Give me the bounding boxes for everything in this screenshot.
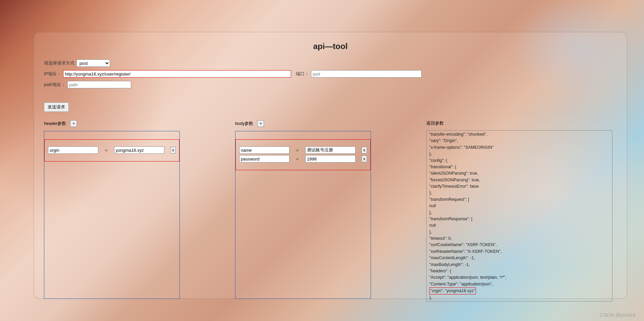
path-input[interactable] [67,81,131,88]
header-column: header参数 + =x [44,120,180,299]
equals-sign: = [104,148,108,153]
response-line: ], [429,229,609,235]
equals-sign: = [296,156,299,162]
response-line: null [429,203,609,209]
response-line: }, [429,294,609,301]
response-line: "forcedJSONParsing": true, [429,177,609,183]
param-key-input[interactable] [239,146,289,154]
body-box: =x=x [235,131,371,299]
add-body-button[interactable]: + [257,120,264,127]
param-value-input[interactable] [305,155,356,163]
kv-row: =x [239,155,367,163]
ip-row: IP地址： 端口： [44,70,617,78]
response-line: "maxBodyLength": -1, [429,262,609,268]
response-line: "transformResponse": [ [429,216,609,222]
header-params-label: header参数 [44,121,66,127]
remove-param-button[interactable]: x [362,147,367,153]
response-line: }, [429,190,609,196]
response-line: "maxContentLength": -1, [429,255,609,261]
body-group: =x=x [235,139,371,170]
response-label: 返回参数 [426,120,444,126]
remove-param-button[interactable]: x [170,147,176,153]
header-group: =x [44,139,179,162]
kv-row: =x [48,146,176,154]
param-value-input[interactable] [114,146,164,154]
response-line: "headers": { [429,268,609,274]
response-line: "Accept": "application/json, text/plain,… [429,274,609,281]
response-line: ], [429,210,609,216]
port-label: 端口： [296,71,309,77]
body-params-label: body参数 [235,121,253,127]
port-input[interactable] [311,70,422,78]
param-key-input[interactable] [239,155,289,163]
response-line: }, [429,151,609,157]
method-select[interactable]: getpostputdelete [76,59,110,67]
main-panel: api—tool 请选择请求方式 getpostputdelete IP地址： … [34,32,627,299]
param-value-input[interactable] [305,146,356,154]
equals-sign: = [296,148,299,153]
response-line: "timeout": 0, [429,235,609,242]
page-title: api—tool [44,42,617,51]
response-line: "xsrfCookieName": "XSRF-TOKEN", [429,242,609,248]
response-line: "xsrfHeaderName": "X-XSRF-TOKEN", [429,248,609,255]
header-box: =x [44,131,180,299]
response-line: null [429,222,609,229]
response-line: "clarifyTimeoutError": false [429,183,609,190]
add-header-button[interactable]: + [70,120,77,127]
path-row: path地址： [44,81,617,88]
response-box[interactable]: "transfer-encoding": "chunked","vary": "… [426,130,612,302]
method-label: 请选择请求方式 [44,60,74,66]
response-line: "x-frame-options": "SAMEORIGIN" [429,144,609,151]
response-line: "transfer-encoding": "chunked", [429,131,609,138]
ip-label: IP地址： [44,71,61,77]
method-row: 请选择请求方式 getpostputdelete [44,59,617,67]
response-line: "transformRequest": [ [429,196,609,203]
kv-row: =x [239,146,367,154]
response-line: "transitional": { [429,164,609,170]
response-line: "config": { [429,157,609,164]
send-button[interactable]: 发送请求 [44,102,69,112]
response-line: "silentJSONParsing": true, [429,170,609,177]
watermark: CSDN @yma16 [600,312,636,318]
response-line: "Content-Type": "application/json", [429,281,609,287]
response-highlight: "orgin": "yongma16.xyz" [429,287,476,294]
body-column: body参数 + =x=x [235,120,371,299]
ip-input[interactable] [63,70,291,78]
columns: header参数 + =x body参数 + =x=x 返回参数 "transf… [44,120,617,302]
param-key-input[interactable] [48,146,98,154]
path-label: path地址： [44,82,65,88]
response-column: 返回参数 "transfer-encoding": "chunked","var… [426,120,617,302]
remove-param-button[interactable]: x [362,155,367,162]
response-line: "method": "post", [429,301,609,302]
response-line: "vary": "Origin", [429,138,609,144]
